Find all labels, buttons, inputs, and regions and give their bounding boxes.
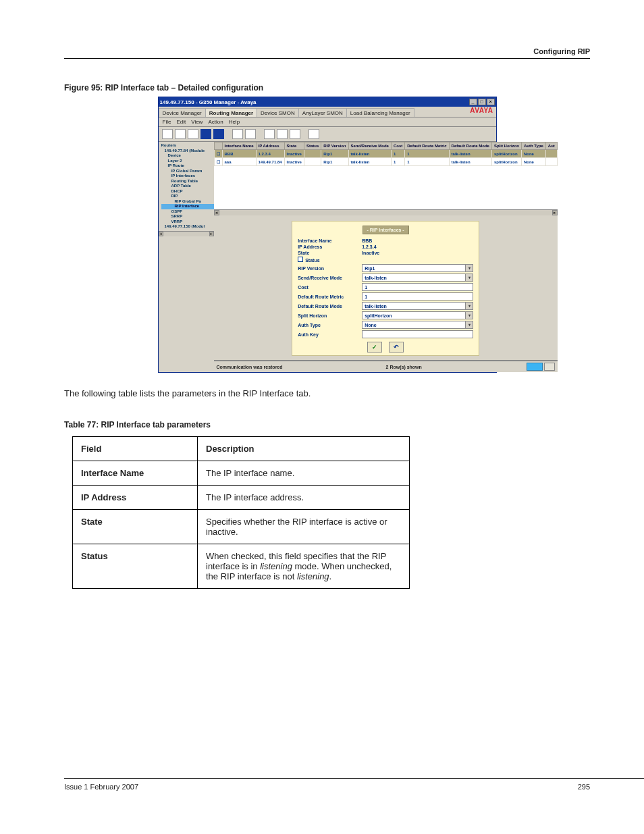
toolbar-btn-2[interactable] xyxy=(175,129,186,139)
form-input[interactable]: 1 xyxy=(362,283,473,291)
scroll-left-icon[interactable]: ◄ xyxy=(214,210,219,215)
form-row: Auth TypeNone▾ xyxy=(298,321,473,329)
toolbar-btn-7[interactable] xyxy=(245,129,256,139)
tab-anylayer-smon[interactable]: AnyLayer SMON xyxy=(298,108,347,117)
grid-header-cell[interactable]: Split Horizon xyxy=(491,142,521,150)
menu-edit[interactable]: Edit xyxy=(176,119,186,125)
col-description: Description xyxy=(198,436,410,461)
chevron-down-icon: ▾ xyxy=(465,265,473,271)
tree-item[interactable]: DHCP xyxy=(161,189,217,194)
grid-header-cell[interactable]: Aut xyxy=(545,142,557,150)
window-titlebar: 149.49.77.150 - G350 Manager - Avaya _ □… xyxy=(159,97,496,107)
param-desc: When checked, this field specifies that … xyxy=(198,544,410,588)
tree-item[interactable]: IP Interfaces xyxy=(161,174,217,179)
chevron-down-icon: ▾ xyxy=(465,274,473,281)
tree-item[interactable]: Device xyxy=(161,153,217,159)
toolbar-btn-6[interactable] xyxy=(232,129,243,139)
toolbar xyxy=(159,127,496,142)
toolbar-btn-9[interactable] xyxy=(277,129,288,139)
form-row: RIP VersionRip1▾ xyxy=(298,264,473,272)
tree-item[interactable]: IP Global Param xyxy=(161,169,217,174)
form-buttons: ✓ ↶ xyxy=(298,342,473,353)
form-select[interactable]: splitHorizon▾ xyxy=(362,311,473,319)
apply-button[interactable]: ✓ xyxy=(367,342,382,353)
maximize-button[interactable]: □ xyxy=(478,99,486,105)
form-input[interactable] xyxy=(362,330,473,338)
form-row: StateInactive xyxy=(298,251,473,255)
toolbar-btn-5[interactable] xyxy=(213,129,224,139)
tree-item[interactable]: Layer 2 xyxy=(161,159,217,164)
toolbar-btn-4[interactable] xyxy=(200,129,211,139)
toolbar-btn-8[interactable] xyxy=(264,129,275,139)
grid-header-cell[interactable]: Default Route Mode xyxy=(449,142,491,150)
rip-interfaces-form: - RIP Interfaces - Interface NameBBBIP A… xyxy=(292,221,479,356)
status-bar: Communication was restored 2 Row(s) show… xyxy=(214,361,558,372)
toolbar-btn-1[interactable] xyxy=(162,129,173,139)
scroll-left-icon[interactable]: ◄ xyxy=(159,232,163,236)
table-row[interactable]: ☐aaa149.49.71.84InactiveRip1talk-listen1… xyxy=(214,158,557,166)
menu-action[interactable]: Action xyxy=(208,119,223,125)
form-select[interactable]: talk-listen▾ xyxy=(362,302,473,310)
tree-item[interactable]: VRRP xyxy=(161,219,217,225)
menu-view[interactable]: View xyxy=(191,119,203,125)
grid-header-cell[interactable]: RIP Version xyxy=(321,142,348,150)
grid-header-cell[interactable]: Cost xyxy=(391,142,404,150)
toolbar-btn-10[interactable] xyxy=(290,129,300,139)
grid-header-cell[interactable] xyxy=(214,142,222,150)
tree-item[interactable]: ARP Table xyxy=(161,184,217,189)
form-select[interactable]: None▾ xyxy=(362,321,473,329)
grid-hscrollbar[interactable]: ◄ ► xyxy=(214,209,558,215)
grid-header-cell[interactable]: IP Address xyxy=(256,142,284,150)
form-label: IP Address xyxy=(298,244,362,249)
tree-item[interactable]: 149.49.77.84 (Module xyxy=(161,149,217,154)
tree-item[interactable]: RIP Interface xyxy=(161,204,217,209)
toolbar-sep xyxy=(226,129,230,138)
table-row: StatusWhen checked, this field specifies… xyxy=(73,544,410,588)
grid-header-cell[interactable]: Auth Type xyxy=(521,142,545,150)
toolbar-sep xyxy=(302,129,306,138)
menu-help[interactable]: Help xyxy=(229,119,240,125)
grid-header-cell[interactable]: Send/Receive Mode xyxy=(348,142,391,150)
form-input[interactable]: 1 xyxy=(362,292,473,301)
footer-right: 295 xyxy=(578,783,590,791)
grid-header-cell[interactable]: Interface Name xyxy=(222,142,256,150)
grid-header-cell[interactable]: Default Route Metric xyxy=(405,142,449,150)
menu-file[interactable]: File xyxy=(163,119,171,125)
param-name: Interface Name xyxy=(73,461,198,485)
minimize-button[interactable]: _ xyxy=(469,99,477,105)
tree-hscrollbar[interactable]: ◄ ► xyxy=(159,231,214,236)
form-select[interactable]: talk-listen▾ xyxy=(362,273,473,282)
scroll-right-icon[interactable]: ► xyxy=(552,210,558,215)
app-menubar: File Edit View Action Help xyxy=(159,118,496,127)
manager-tabs: Device Manager Routing Manager Device SM… xyxy=(159,107,496,118)
tab-load-balancing[interactable]: Load Balancing Manager xyxy=(346,108,414,117)
form-select[interactable]: Rip1▾ xyxy=(362,264,473,272)
tree-item[interactable]: Routing Table xyxy=(161,179,217,184)
grid-header-cell[interactable]: Status xyxy=(304,142,321,150)
tree-item[interactable]: Routers xyxy=(161,143,217,149)
checkbox[interactable] xyxy=(298,257,303,262)
tree-item[interactable]: OSPF xyxy=(161,209,217,215)
close-button[interactable]: × xyxy=(487,99,495,105)
form-label: Default Route Metric xyxy=(298,294,362,299)
param-name: IP Address xyxy=(73,485,198,509)
tree-item[interactable]: 149.49.77.150 (Modul xyxy=(161,224,217,230)
form-label: Auth Key xyxy=(298,332,362,337)
toolbar-btn-11[interactable] xyxy=(308,129,319,139)
tree-item[interactable]: IP Route xyxy=(161,163,217,169)
grid-cell: splitHorizon xyxy=(491,158,521,166)
tree-item[interactable]: RIP xyxy=(161,194,217,199)
status-rowcount: 2 Row(s) shown xyxy=(283,365,525,369)
tab-routing-manager[interactable]: Routing Manager xyxy=(205,108,257,117)
undo-button[interactable]: ↶ xyxy=(389,342,404,353)
tree-item[interactable]: RIP Global Pa xyxy=(161,199,217,205)
tree-item[interactable]: SRRP xyxy=(161,214,217,219)
grid-cell: Rip1 xyxy=(321,158,348,166)
table-row[interactable]: ☐BBB1.2.3.4InactiveRip1talk-listen11talk… xyxy=(214,150,557,158)
scroll-right-icon[interactable]: ► xyxy=(209,232,214,236)
grid-header-cell[interactable]: State xyxy=(284,142,304,150)
tab-device-smon[interactable]: Device SMON xyxy=(257,108,299,117)
toolbar-btn-3[interactable] xyxy=(188,129,198,139)
workspace: Routers149.49.77.84 (ModuleDeviceLayer 2… xyxy=(159,142,496,372)
tab-device-manager[interactable]: Device Manager xyxy=(159,108,206,117)
